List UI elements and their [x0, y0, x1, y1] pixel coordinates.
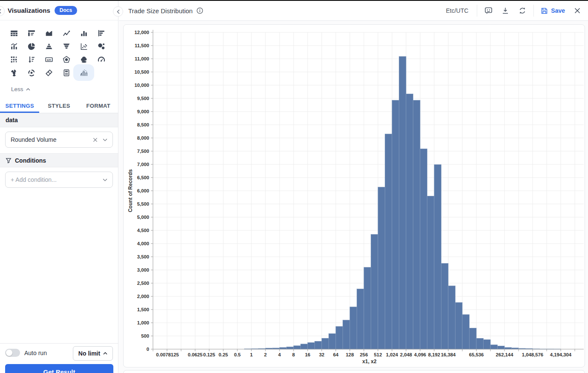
docs-badge[interactable]: Docs	[55, 6, 77, 14]
svg-text:1: 1	[250, 352, 253, 357]
svg-text:1,500: 1,500	[137, 307, 149, 312]
chart-header-bar: Trade Size Distribution Etc/UTC	[119, 1, 588, 21]
save-icon	[541, 7, 548, 14]
svg-text:1,000: 1,000	[137, 320, 149, 325]
chart-type-pie-chart-icon[interactable]	[23, 40, 40, 53]
tab-format[interactable]: FORMAT	[79, 98, 118, 113]
svg-text:5,500: 5,500	[137, 201, 149, 207]
svg-text:0.0625: 0.0625	[188, 352, 203, 357]
chart-type-line-chart-icon[interactable]	[58, 26, 75, 40]
chart-type-heatmap-icon[interactable]	[5, 53, 23, 66]
chart-type-percentage-icon[interactable]	[40, 66, 58, 79]
close-icon[interactable]	[574, 8, 580, 14]
sidebar-title: Visualizations	[8, 7, 50, 14]
svg-text:65,536: 65,536	[469, 352, 484, 357]
svg-text:4: 4	[278, 352, 281, 357]
svg-text:11,000: 11,000	[135, 56, 149, 61]
svg-text:4,194,304: 4,194,304	[550, 352, 572, 357]
svg-text:1,024: 1,024	[386, 352, 398, 357]
chart-type-combo-chart-icon[interactable]	[5, 40, 23, 53]
svg-text:6,000: 6,000	[137, 188, 149, 193]
chevron-left-icon	[0, 9, 1, 14]
svg-text:11,500: 11,500	[135, 43, 149, 48]
collapse-chart-panel-button[interactable]	[113, 6, 123, 17]
download-icon[interactable]	[497, 3, 514, 18]
results-panel-edge	[123, 370, 585, 373]
chart-type-gauge-icon[interactable]	[92, 53, 110, 66]
svg-text:12,000: 12,000	[134, 30, 149, 35]
chart-type-table-icon[interactable]	[5, 26, 23, 40]
less-label: Less	[11, 86, 23, 92]
data-section-header: data	[0, 113, 118, 127]
svg-text:512: 512	[374, 352, 382, 357]
histogram-chart: 05001,0001,5002,0002,5003,0003,5004,0004…	[124, 25, 585, 367]
chart-type-rose-chart-icon[interactable]	[5, 66, 23, 79]
chart-type-radar-icon[interactable]	[58, 53, 75, 66]
info-icon[interactable]	[196, 7, 203, 14]
svg-text:8,000: 8,000	[137, 135, 149, 141]
get-result-button[interactable]: Get Result	[5, 364, 113, 373]
svg-text:500: 500	[141, 333, 149, 339]
svg-text:16,384: 16,384	[441, 352, 456, 357]
chart-type-ranking-icon[interactable]	[23, 53, 40, 66]
add-condition-select[interactable]: + Add condition...	[5, 172, 113, 188]
add-condition-placeholder: + Add condition...	[11, 176, 98, 183]
svg-text:2,500: 2,500	[137, 281, 149, 286]
svg-text:16: 16	[305, 352, 311, 357]
get-result-label: Get Result	[43, 368, 75, 373]
chart-type-scatter-plot-icon[interactable]	[75, 40, 92, 53]
conditions-section-header: Conditions	[0, 153, 118, 167]
chart-card: 05001,0001,5002,0002,5003,0003,5004,0004…	[123, 24, 585, 367]
svg-text:x1, x2: x1, x2	[362, 359, 377, 364]
limit-dropdown-button[interactable]: No limit	[73, 346, 113, 361]
clear-field-icon[interactable]	[93, 138, 98, 142]
chart-type-cloud-icon[interactable]	[75, 53, 92, 66]
chart-type-pyramid-icon[interactable]	[40, 40, 58, 53]
chevron-up-icon	[26, 88, 30, 91]
chart-type-bar-chart-icon[interactable]	[75, 26, 92, 40]
timezone-label[interactable]: Etc/UTC	[446, 7, 468, 14]
conditions-label: Conditions	[15, 157, 46, 164]
chart-type-grid: KPI	[0, 20, 118, 79]
svg-text:128: 128	[346, 352, 354, 357]
chart-type-horizontal-bar-chart-icon[interactable]	[92, 26, 110, 40]
chart-type-pivot-table-icon[interactable]	[23, 26, 40, 40]
auto-run-label: Auto run	[24, 350, 47, 356]
limit-label: No limit	[78, 350, 100, 357]
chart-type-histogram-icon[interactable]	[75, 66, 92, 79]
svg-text:0.0078125: 0.0078125	[156, 352, 179, 357]
divider	[477, 5, 477, 17]
svg-text:2,048: 2,048	[400, 352, 412, 357]
svg-text:64: 64	[333, 352, 339, 357]
svg-text:32: 32	[319, 352, 325, 357]
chevron-down-icon	[103, 178, 107, 181]
chart-title: Trade Size Distribution	[128, 7, 193, 14]
svg-text:10,000: 10,000	[134, 83, 149, 88]
svg-text:10,500: 10,500	[134, 69, 149, 75]
chart-type-bubble-chart-icon[interactable]	[92, 40, 110, 53]
refresh-icon[interactable]	[514, 3, 531, 18]
feedback-icon[interactable]	[480, 3, 497, 18]
svg-text:0.5: 0.5	[234, 352, 241, 357]
svg-text:0.125: 0.125	[203, 352, 215, 357]
svg-text:3,500: 3,500	[137, 254, 149, 259]
chart-type-area-chart-icon[interactable]	[40, 26, 58, 40]
chart-type-funnel-icon[interactable]	[58, 40, 75, 53]
auto-run-toggle[interactable]	[5, 349, 20, 357]
chart-type-kpi-icon[interactable]: KPI	[40, 53, 58, 66]
svg-text:4,096: 4,096	[414, 352, 426, 357]
less-toggle[interactable]: Less	[11, 86, 118, 92]
filter-icon	[6, 158, 12, 164]
save-button[interactable]: Save	[541, 7, 565, 14]
tab-settings[interactable]: SETTINGS	[0, 98, 39, 113]
chart-type-calculator-icon[interactable]	[58, 66, 75, 79]
chart-type-sunburst-icon[interactable]	[23, 66, 40, 79]
tab-styles[interactable]: STYLES	[39, 98, 78, 113]
svg-text:262,144: 262,144	[496, 352, 514, 357]
data-field-select[interactable]: Rounded Volume	[5, 132, 113, 148]
svg-text:1,048,576: 1,048,576	[522, 352, 543, 357]
svg-text:7,500: 7,500	[137, 149, 149, 154]
svg-text:0.25: 0.25	[219, 352, 228, 357]
chevron-left-icon	[117, 9, 120, 14]
chart-panel: Trade Size Distribution Etc/UTC	[119, 1, 588, 373]
